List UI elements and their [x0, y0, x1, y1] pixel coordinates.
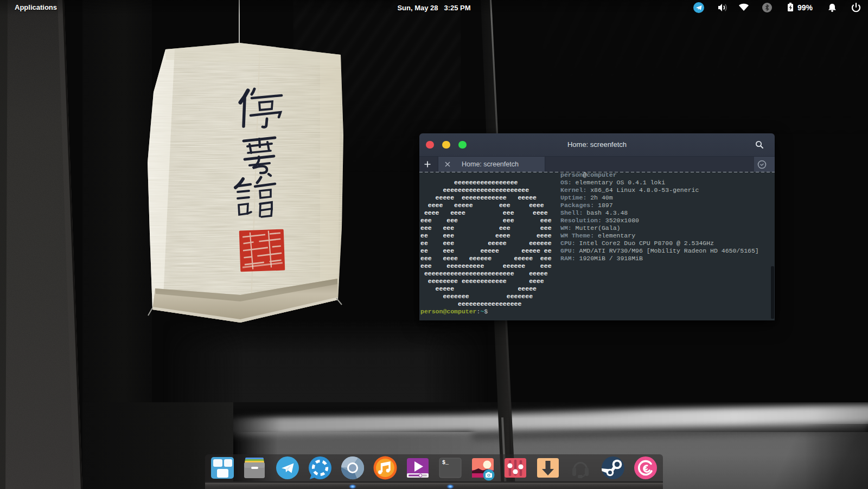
svg-text:99%: 99% — [797, 3, 813, 12]
svg-text:$_: $_ — [442, 460, 449, 466]
